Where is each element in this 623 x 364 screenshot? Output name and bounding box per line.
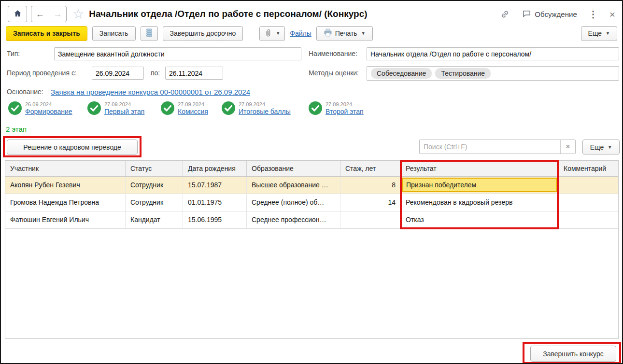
stage-link[interactable]: Второй этап <box>326 108 364 115</box>
dropdown-arrow-icon: ▼ <box>276 31 280 36</box>
stage-item: 27.09.2024 Первый этап <box>87 100 144 115</box>
dropdown-arrow-icon: ▼ <box>608 145 612 150</box>
dropdown-arrow-icon: ▼ <box>361 31 366 36</box>
column-header-participant[interactable]: Участник <box>5 161 126 176</box>
save-and-close-button[interactable]: Записать и закрыть <box>6 26 87 41</box>
personnel-transfer-decision-button[interactable]: Решение о кадровом переводе <box>7 140 138 154</box>
back-arrow-icon: ← <box>36 9 44 19</box>
method-tag: Тестирование <box>435 68 491 79</box>
finish-contest-button[interactable]: Завершить конкурс <box>530 346 616 362</box>
participants-table: Участник Статус Дата рождения Образовани… <box>5 160 619 339</box>
cell-comment[interactable] <box>559 177 618 194</box>
stage-check-icon <box>87 101 101 115</box>
page-title: Начальник отдела /Отдел по работе с перс… <box>89 9 367 19</box>
stage-item: 27.09.2024 Второй этап <box>308 100 364 115</box>
period-to-label: по: <box>151 69 160 77</box>
column-header-experience[interactable]: Стаж, лет <box>340 161 401 176</box>
stage-link[interactable]: Итоговые баллы <box>239 108 291 115</box>
cell-comment[interactable] <box>559 194 618 211</box>
period-to-field[interactable] <box>165 67 223 80</box>
stage-link[interactable]: Первый этап <box>104 108 144 115</box>
column-header-education[interactable]: Образование <box>247 161 340 176</box>
table-row[interactable]: Громова Надежда Петровна Сотрудник 01.01… <box>5 194 618 211</box>
cell-status[interactable]: Кандидат <box>126 211 183 228</box>
printer-icon <box>324 28 332 38</box>
type-field[interactable] <box>54 47 301 60</box>
search-clear-button[interactable]: × <box>560 140 575 154</box>
files-link[interactable]: Файлы <box>290 29 311 37</box>
cell-participant[interactable]: Акопян Рубен Гезевич <box>5 177 126 194</box>
cell-participant[interactable]: Громова Надежда Петровна <box>5 194 126 211</box>
save-button[interactable]: Записать <box>92 26 136 41</box>
column-header-birthdate[interactable]: Дата рождения <box>183 161 247 176</box>
more-label: Еще <box>588 29 602 37</box>
cell-status[interactable]: Сотрудник <box>126 194 183 211</box>
title-actions: Обсуждение ⋮ × <box>500 9 615 20</box>
document-movements-button[interactable] <box>141 26 158 41</box>
cell-experience[interactable] <box>340 211 401 228</box>
stage-link[interactable]: Формирование <box>25 108 72 115</box>
evaluation-methods-field[interactable]: Собеседование Тестирование <box>367 66 619 81</box>
stage-date: 26.09.2024 <box>25 101 52 107</box>
paperclip-icon <box>264 28 272 39</box>
cell-birthdate[interactable]: 15.07.1987 <box>183 177 247 194</box>
stage-item: 26.09.2024 Формирование <box>8 100 72 115</box>
stage-check-icon <box>221 101 236 115</box>
cell-education[interactable]: Среднее профессион… <box>247 211 340 228</box>
cell-education[interactable]: Высшее образование … <box>247 177 340 194</box>
form-toolbar: Записать и закрыть Записать Завершить до… <box>6 26 617 41</box>
stage-section-title: 2 этап <box>6 125 27 133</box>
print-button[interactable]: Печать ▼ <box>316 26 373 41</box>
toolbar-more-button[interactable]: Еще ▼ <box>581 26 617 41</box>
table-header-row: Участник Статус Дата рождения Образовани… <box>5 161 618 177</box>
stage-item: 27.09.2024 Итоговые баллы <box>221 100 291 115</box>
home-button[interactable] <box>8 6 27 22</box>
cell-participant[interactable]: Фатюшин Евгений Ильич <box>5 211 126 228</box>
more-label: Еще <box>590 143 604 151</box>
get-link-icon[interactable] <box>500 9 510 19</box>
basis-link[interactable]: Заявка на проведение конкурса 00-0000000… <box>51 88 250 96</box>
cell-birthdate[interactable]: 15.06.1995 <box>183 211 247 228</box>
cell-education[interactable]: Среднее (полное) об… <box>247 194 340 211</box>
stage-check-icon <box>160 101 175 115</box>
column-header-result[interactable]: Результат <box>401 161 559 176</box>
basis-label: Основание: <box>7 88 43 96</box>
stage-date: 27.09.2024 <box>178 101 204 107</box>
methods-label: Методы оценки: <box>309 69 359 77</box>
home-icon <box>13 9 22 19</box>
cell-birthdate[interactable]: 01.01.1975 <box>183 194 247 211</box>
table-row[interactable]: Акопян Рубен Гезевич Сотрудник 15.07.198… <box>5 177 618 194</box>
finish-early-button[interactable]: Завершить досрочно <box>163 26 243 41</box>
forward-arrow-icon: → <box>53 9 62 19</box>
table-search: × <box>419 140 576 154</box>
favorite-star-icon[interactable]: ☆ <box>72 8 84 21</box>
column-header-comment[interactable]: Комментарий <box>559 161 618 176</box>
app-window: ← → ☆ Начальник отдела /Отдел по работе … <box>0 0 623 364</box>
cell-experience[interactable]: 14 <box>340 194 401 211</box>
forward-button[interactable]: → <box>49 6 67 22</box>
stage-date: 27.09.2024 <box>104 101 131 107</box>
stage-link[interactable]: Комиссия <box>178 108 208 115</box>
discussion-button[interactable]: Обсуждение <box>522 9 577 19</box>
cell-status[interactable]: Сотрудник <box>126 177 183 194</box>
back-button[interactable]: ← <box>31 6 49 22</box>
cell-experience[interactable]: 8 <box>340 177 401 194</box>
close-icon[interactable]: × <box>609 9 615 19</box>
cell-result[interactable]: Признан победителем <box>401 177 559 194</box>
table-row[interactable]: Фатюшин Евгений Ильич Кандидат 15.06.199… <box>5 211 618 229</box>
result-value-box[interactable]: Признан победителем <box>402 178 557 192</box>
column-header-status[interactable]: Статус <box>126 161 183 176</box>
attachments-button[interactable]: ▼ <box>259 26 285 41</box>
search-input[interactable] <box>420 140 560 154</box>
stage-date: 27.09.2024 <box>239 101 265 107</box>
more-menu-kebab-icon[interactable]: ⋮ <box>589 9 598 20</box>
table-more-button[interactable]: Еще ▼ <box>582 140 620 154</box>
type-label: Тип: <box>7 50 20 57</box>
discussion-label: Обсуждение <box>535 10 577 18</box>
cell-comment[interactable] <box>559 211 618 228</box>
name-field[interactable] <box>367 47 619 60</box>
cell-result[interactable]: Рекомендован в кадровый резерв <box>401 194 559 211</box>
period-from-field[interactable] <box>92 67 144 80</box>
stage-check-icon <box>308 101 323 115</box>
cell-result[interactable]: Отказ <box>401 211 559 228</box>
